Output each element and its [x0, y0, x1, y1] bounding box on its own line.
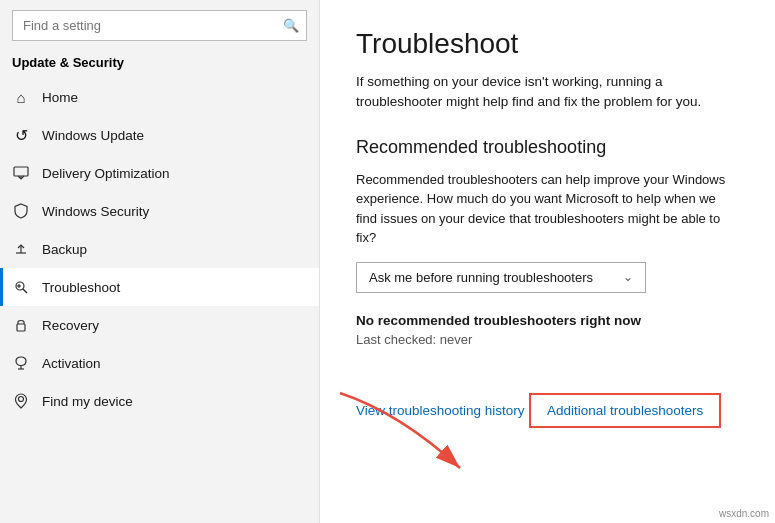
- chevron-down-icon: ⌄: [623, 270, 633, 284]
- last-checked-text: Last checked: never: [356, 332, 739, 347]
- app-window: 🔍 Update & Security ⌂ Home ↺ Windows Upd…: [0, 0, 775, 523]
- shield-icon: [12, 202, 30, 220]
- main-content: Troubleshoot If something on your device…: [320, 0, 775, 470]
- main-wrapper: Troubleshoot If something on your device…: [320, 0, 775, 523]
- find-icon: [12, 392, 30, 410]
- search-icon: 🔍: [283, 18, 299, 33]
- sidebar-item-label-security: Windows Security: [42, 204, 149, 219]
- sidebar-item-label-delivery: Delivery Optimization: [42, 166, 170, 181]
- sidebar-item-home[interactable]: ⌂ Home: [0, 78, 319, 116]
- additional-troubleshooters-button[interactable]: Additional troubleshooters: [529, 393, 721, 428]
- search-container: 🔍: [12, 10, 307, 41]
- backup-icon: [12, 240, 30, 258]
- sidebar-item-windows-update[interactable]: ↺ Windows Update: [0, 116, 319, 154]
- view-history-link[interactable]: View troubleshooting history: [356, 403, 525, 418]
- recommended-section-title: Recommended troubleshooting: [356, 137, 739, 158]
- sidebar-item-backup[interactable]: Backup: [0, 230, 319, 268]
- sidebar-item-activation[interactable]: Activation: [0, 344, 319, 382]
- sidebar-item-label-activation: Activation: [42, 356, 101, 371]
- no-troubleshooters-text: No recommended troubleshooters right now: [356, 313, 739, 328]
- sidebar-item-recovery[interactable]: Recovery: [0, 306, 319, 344]
- page-title: Troubleshoot: [356, 28, 739, 60]
- search-input[interactable]: [12, 10, 307, 41]
- update-icon: ↺: [12, 126, 30, 144]
- svg-point-10: [19, 397, 24, 402]
- sidebar-item-label-update: Windows Update: [42, 128, 144, 143]
- svg-rect-0: [14, 167, 28, 176]
- sidebar-item-find-my-device[interactable]: Find my device: [0, 382, 319, 420]
- recommended-desc: Recommended troubleshooters can help imp…: [356, 170, 739, 248]
- home-icon: ⌂: [12, 88, 30, 106]
- watermark: wsxdn.com: [719, 508, 769, 519]
- sidebar-item-label-troubleshoot: Troubleshoot: [42, 280, 120, 295]
- sidebar-section-header: Update & Security: [0, 49, 319, 78]
- sidebar-item-delivery-optimization[interactable]: Delivery Optimization: [0, 154, 319, 192]
- sidebar-item-label-home: Home: [42, 90, 78, 105]
- svg-rect-7: [17, 324, 25, 331]
- svg-line-4: [23, 289, 27, 293]
- sidebar-item-troubleshoot[interactable]: Troubleshoot: [0, 268, 319, 306]
- troubleshoot-icon: [12, 278, 30, 296]
- sidebar-item-windows-security[interactable]: Windows Security: [0, 192, 319, 230]
- activation-icon: [12, 354, 30, 372]
- troubleshoot-dropdown[interactable]: Ask me before running troubleshooters ⌄: [356, 262, 646, 293]
- sidebar-item-label-find: Find my device: [42, 394, 133, 409]
- page-description: If something on your device isn't workin…: [356, 72, 739, 113]
- sidebar-item-label-backup: Backup: [42, 242, 87, 257]
- sidebar-item-label-recovery: Recovery: [42, 318, 99, 333]
- dropdown-value: Ask me before running troubleshooters: [369, 270, 593, 285]
- recovery-icon: [12, 316, 30, 334]
- delivery-icon: [12, 164, 30, 182]
- sidebar: 🔍 Update & Security ⌂ Home ↺ Windows Upd…: [0, 0, 320, 523]
